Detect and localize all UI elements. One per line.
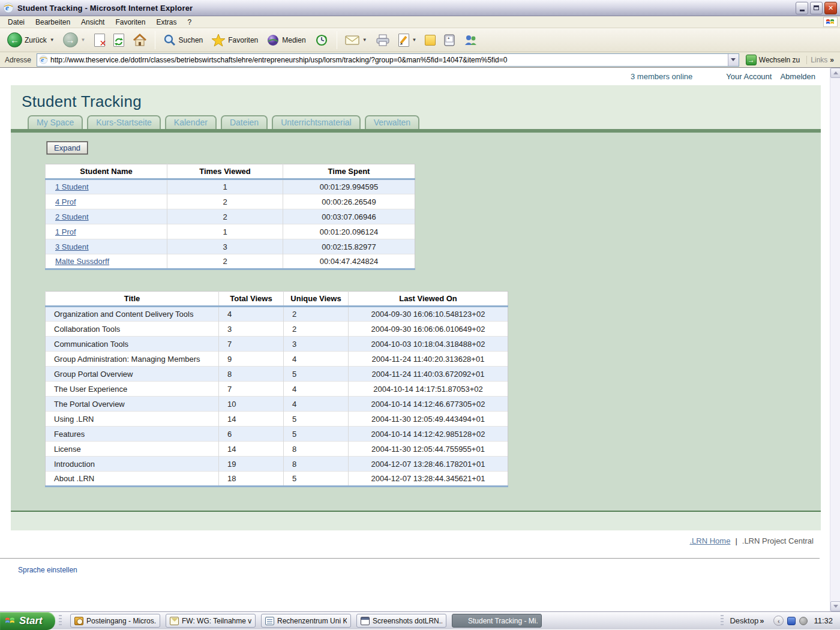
scroll-down-button[interactable] — [830, 601, 840, 611]
restore-button[interactable] — [810, 2, 823, 14]
desktop-chevron-icon[interactable]: » — [760, 616, 764, 625]
expand-button[interactable]: Expand — [47, 142, 88, 154]
forward-dropdown-icon[interactable]: ▼ — [81, 37, 86, 43]
nav-tab[interactable]: Kurs-Startseite — [87, 115, 161, 129]
refresh-button[interactable] — [110, 32, 128, 49]
student-link[interactable]: 3 Student — [55, 242, 89, 251]
total-views-cell: 3 — [219, 322, 284, 337]
start-button[interactable]: Start — [0, 612, 55, 630]
minimize-button[interactable] — [796, 2, 808, 14]
student-link[interactable]: 2 Student — [55, 212, 89, 221]
unique-views-cell: 8 — [284, 457, 349, 472]
total-views-cell: 14 — [219, 442, 284, 457]
desktop-toolbar-label[interactable]: Desktop — [730, 616, 758, 625]
time-spent-cell: 00:02:15.82977 — [283, 239, 415, 254]
address-dropdown-button[interactable] — [728, 54, 739, 66]
ie-logo-icon: e — [3, 2, 14, 13]
logout-link[interactable]: Abmelden — [780, 72, 815, 81]
start-label: Start — [19, 615, 43, 627]
go-button[interactable]: → Wechseln zu — [742, 54, 803, 66]
home-button[interactable] — [129, 32, 151, 49]
media-label: Medien — [282, 36, 305, 44]
title-cell: Collaboration Tools — [46, 322, 219, 337]
language-link[interactable]: Sprache einstellen — [18, 566, 77, 574]
last-viewed-cell: 2004-11-30 12:05:44.755955+01 — [349, 442, 508, 457]
window-title: Student Tracking - Microsoft Internet Ex… — [17, 4, 794, 13]
title-cell: Group Portal Overview — [46, 367, 219, 382]
student-table-row: 1 Prof 1 00:01:20.096124 — [46, 224, 415, 239]
vertical-scrollbar[interactable] — [830, 68, 840, 611]
time-spent-cell: 00:01:29.994595 — [283, 179, 415, 194]
student-link[interactable]: 1 Student — [55, 182, 89, 191]
taskbar: Start Posteingang - Micros... FW: WG: Te… — [0, 611, 840, 629]
mail-button[interactable]: ▼ — [341, 33, 371, 47]
close-button[interactable]: ✕ — [824, 2, 837, 14]
back-button[interactable]: ← Zurück ▼ — [4, 31, 58, 49]
mail-dropdown-icon[interactable]: ▼ — [362, 37, 367, 43]
tray-collapse-icon[interactable]: ‹ — [773, 616, 784, 626]
user-bar: 3 members online Your Account Abmelden — [0, 68, 830, 85]
task-icon — [265, 617, 274, 625]
windows-flag-icon — [823, 17, 838, 27]
times-viewed-cell: 1 — [167, 179, 283, 194]
nav-tab[interactable]: Dateien — [221, 115, 268, 129]
media-button[interactable]: Medien — [263, 32, 309, 49]
your-account-link[interactable]: Your Account — [726, 72, 772, 81]
task-button[interactable]: Student Tracking - Mi... — [452, 614, 542, 628]
nav-tab[interactable]: Unterrichtsmaterial — [272, 115, 360, 129]
menu-item[interactable]: Extras — [151, 17, 182, 28]
task-button[interactable]: Screenshots dotLRN.... — [356, 614, 446, 628]
discuss-button[interactable] — [421, 33, 439, 47]
menu-item[interactable]: ? — [182, 17, 197, 28]
history-button[interactable] — [311, 31, 332, 49]
last-viewed-cell: 2004-11-24 11:40:03.672092+01 — [349, 367, 508, 382]
lrn-home-link[interactable]: .LRN Home — [689, 536, 730, 545]
lrn-project-central-link[interactable]: .LRN Project Central — [742, 536, 814, 545]
menu-item[interactable]: Ansicht — [76, 17, 110, 28]
task-buttons: Posteingang - Micros... FW: WG: Teilnahm… — [70, 614, 542, 628]
student-table-row: 2 Student 2 00:03:07.06946 — [46, 209, 415, 224]
url-input[interactable] — [50, 56, 728, 64]
menu-item[interactable]: Favoriten — [110, 17, 151, 28]
panel-body: Expand Student NameTimes ViewedTime Spen… — [11, 133, 821, 511]
media-icon — [266, 34, 280, 47]
menu-item[interactable]: Datei — [2, 17, 30, 28]
edit-dropdown-icon[interactable]: ▼ — [412, 37, 417, 43]
forward-button[interactable]: → ▼ — [59, 31, 89, 49]
menu-item[interactable]: Bearbeiten — [30, 17, 76, 28]
student-name-cell: 1 Student — [46, 179, 167, 194]
student-link[interactable]: 1 Prof — [55, 227, 76, 236]
tray-grip[interactable] — [721, 615, 724, 627]
links-chevron-icon[interactable]: » — [830, 56, 834, 64]
scroll-up-button[interactable] — [830, 68, 840, 78]
task-button[interactable]: FW: WG: Teilnahme v... — [166, 614, 256, 628]
quicklaunch-grip[interactable] — [59, 615, 62, 627]
tray-network-icon[interactable] — [799, 617, 808, 625]
student-link[interactable]: 4 Prof — [55, 197, 76, 206]
title-cell: Group Administration: Managing Members — [46, 352, 219, 367]
back-dropdown-icon[interactable]: ▼ — [50, 37, 55, 43]
forward-icon: → — [63, 32, 78, 47]
favorites-button[interactable]: Favoriten — [208, 32, 262, 49]
links-bar[interactable]: Links » — [806, 56, 838, 64]
total-views-cell: 4 — [219, 307, 284, 322]
edit-button[interactable]: ▼ — [395, 32, 421, 49]
task-button[interactable]: Rechenzentrum Uni K... — [261, 614, 351, 628]
times-viewed-cell: 2 — [167, 209, 283, 224]
address-field[interactable]: e — [37, 53, 739, 67]
student-link[interactable]: Malte Sussdorff — [55, 257, 109, 266]
nav-tab[interactable]: My Space — [28, 115, 83, 129]
tray-messenger-icon[interactable] — [787, 617, 796, 625]
people-button[interactable] — [460, 32, 481, 48]
system-tray: Desktop » ‹ 11:32 — [717, 615, 840, 627]
print-button[interactable] — [372, 32, 394, 49]
nav-tab[interactable]: Verwalten — [365, 115, 419, 129]
messenger-button[interactable]: * — [440, 32, 458, 48]
search-button[interactable]: Suchen — [160, 32, 207, 49]
task-label: Rechenzentrum Uni K... — [277, 617, 347, 625]
column-header: Times Viewed — [167, 164, 283, 179]
stop-button[interactable]: ✕ — [91, 32, 109, 49]
nav-tab[interactable]: Kalender — [165, 115, 217, 129]
unique-views-cell: 3 — [284, 337, 349, 352]
task-button[interactable]: Posteingang - Micros... — [70, 614, 160, 628]
